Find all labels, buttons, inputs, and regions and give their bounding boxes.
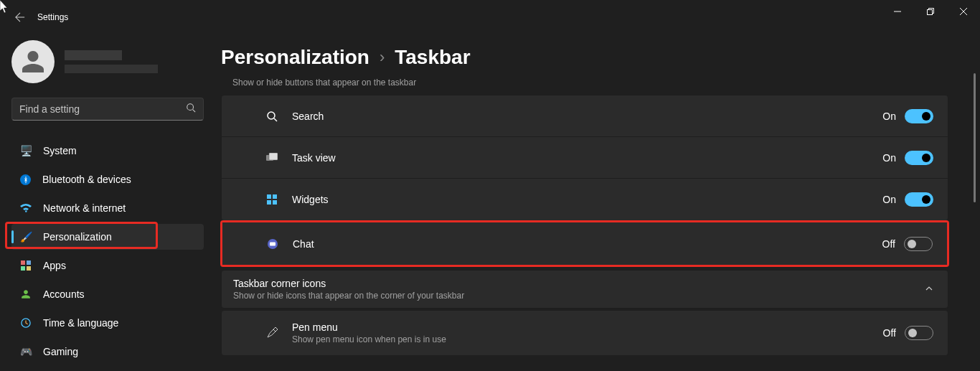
taskbar-item-search[interactable]: Search On xyxy=(222,95,948,137)
profile-name xyxy=(65,50,122,60)
back-button[interactable] xyxy=(9,6,32,29)
svg-rect-10 xyxy=(267,194,271,199)
accounts-icon xyxy=(20,288,32,300)
close-icon xyxy=(960,8,967,15)
item-label: Task view xyxy=(292,152,882,164)
svg-rect-0 xyxy=(928,10,933,15)
svg-rect-12 xyxy=(267,200,271,205)
sidebar-item-label: Accounts xyxy=(43,288,85,300)
pen-icon xyxy=(265,326,279,340)
sidebar-item-gaming[interactable]: 🎮 Gaming xyxy=(11,339,204,365)
taskview-icon xyxy=(265,151,279,165)
sidebar-item-apps[interactable]: Apps xyxy=(11,253,204,278)
svg-rect-15 xyxy=(270,242,275,245)
search-box[interactable] xyxy=(11,98,204,121)
clock-icon xyxy=(20,317,32,329)
item-label: Widgets xyxy=(292,194,882,205)
svg-rect-11 xyxy=(273,194,277,199)
svg-point-7 xyxy=(268,112,275,119)
item-label: Pen menu xyxy=(292,321,883,333)
sidebar-item-label: Gaming xyxy=(43,346,78,357)
nav: 🖥️ System ᚼ Bluetooth & devices Network … xyxy=(11,138,204,365)
gaming-icon: 🎮 xyxy=(20,346,32,357)
bluetooth-icon: ᚼ xyxy=(20,174,31,185)
taskbar-items-box: Search On Task view On Widgets On xyxy=(221,95,948,221)
system-icon: 🖥️ xyxy=(20,145,32,156)
widgets-toggle[interactable] xyxy=(905,192,933,207)
apps-icon xyxy=(20,260,32,271)
svg-rect-4 xyxy=(21,266,25,271)
svg-rect-5 xyxy=(27,266,31,271)
highlight-chat: Chat Off xyxy=(220,220,949,267)
svg-rect-2 xyxy=(21,260,25,265)
corner-icons-header[interactable]: Taskbar corner icons Show or hide icons … xyxy=(221,270,948,309)
arrow-left-icon xyxy=(15,12,25,22)
sidebar-item-label: System xyxy=(43,145,77,156)
minimize-button[interactable] xyxy=(881,0,914,23)
window-title: Settings xyxy=(37,12,68,22)
item-label: Search xyxy=(292,111,882,122)
corner-item-penmenu[interactable]: Pen menu Show pen menu icon when pen is … xyxy=(222,311,948,355)
titlebar: Settings xyxy=(0,0,980,34)
search-input[interactable] xyxy=(19,103,186,115)
svg-rect-9 xyxy=(269,153,278,160)
sidebar-item-label: Time & language xyxy=(43,317,118,329)
chat-toggle[interactable] xyxy=(904,237,933,251)
sidebar-item-accounts[interactable]: Accounts xyxy=(11,281,204,307)
search-toggle[interactable] xyxy=(905,109,933,123)
sidebar-item-label: Network & internet xyxy=(43,202,126,214)
item-sublabel: Show pen menu icon when pen is in use xyxy=(292,334,883,344)
breadcrumb: Personalization › Taskbar xyxy=(221,46,948,69)
scrollbar[interactable] xyxy=(974,73,976,202)
sidebar-item-label: Bluetooth & devices xyxy=(42,174,131,185)
sidebar-item-time[interactable]: Time & language xyxy=(11,310,204,336)
sidebar-item-network[interactable]: Network & internet xyxy=(11,195,204,221)
search-icon xyxy=(265,109,279,123)
corner-icons-subtitle: Show or hide icons that appear on the co… xyxy=(233,291,925,301)
close-button[interactable] xyxy=(947,0,980,23)
search-icon xyxy=(186,103,196,116)
avatar xyxy=(11,40,55,83)
corner-icons-title: Taskbar corner icons xyxy=(233,278,925,289)
sidebar-item-label: Personalization xyxy=(43,231,112,243)
maximize-button[interactable] xyxy=(914,0,947,23)
toggle-state-label: On xyxy=(882,152,896,164)
item-label: Chat xyxy=(293,238,882,250)
main-content: Personalization › Taskbar Show or hide b… xyxy=(215,34,980,371)
toggle-state-label: On xyxy=(882,111,896,122)
svg-point-1 xyxy=(187,104,194,111)
breadcrumb-parent[interactable]: Personalization xyxy=(221,46,369,69)
svg-rect-3 xyxy=(27,260,31,265)
chat-icon xyxy=(265,237,280,251)
corner-icons-box: Pen menu Show pen menu icon when pen is … xyxy=(221,310,948,356)
breadcrumb-separator: › xyxy=(380,48,385,67)
sidebar-item-personalization[interactable]: 🖌️ Personalization xyxy=(11,224,204,250)
widgets-icon xyxy=(265,192,279,207)
profile[interactable] xyxy=(11,40,215,83)
penmenu-toggle[interactable] xyxy=(905,326,933,340)
sidebar-item-system[interactable]: 🖥️ System xyxy=(11,138,204,164)
minimize-icon xyxy=(894,8,901,15)
toggle-state-label: Off xyxy=(883,327,896,339)
svg-rect-13 xyxy=(273,200,277,205)
person-icon xyxy=(20,49,46,75)
breadcrumb-current: Taskbar xyxy=(395,46,470,69)
taskbar-item-taskview[interactable]: Task view On xyxy=(222,137,948,179)
profile-email xyxy=(65,65,158,73)
taskbar-items-subtitle: Show or hide buttons that appear on the … xyxy=(221,78,948,95)
maximize-icon xyxy=(927,8,934,15)
chevron-up-icon xyxy=(925,283,933,296)
sidebar-item-label: Apps xyxy=(43,260,66,271)
taskview-toggle[interactable] xyxy=(905,151,933,165)
toggle-state-label: On xyxy=(882,194,896,205)
sidebar-item-bluetooth[interactable]: ᚼ Bluetooth & devices xyxy=(11,166,204,192)
taskbar-item-widgets[interactable]: Widgets On xyxy=(222,179,948,220)
wifi-icon xyxy=(20,202,32,214)
toggle-state-label: Off xyxy=(882,238,895,250)
paintbrush-icon: 🖌️ xyxy=(20,231,32,243)
sidebar: 🖥️ System ᚼ Bluetooth & devices Network … xyxy=(0,34,215,371)
taskbar-item-chat[interactable]: Chat Off xyxy=(222,222,947,265)
